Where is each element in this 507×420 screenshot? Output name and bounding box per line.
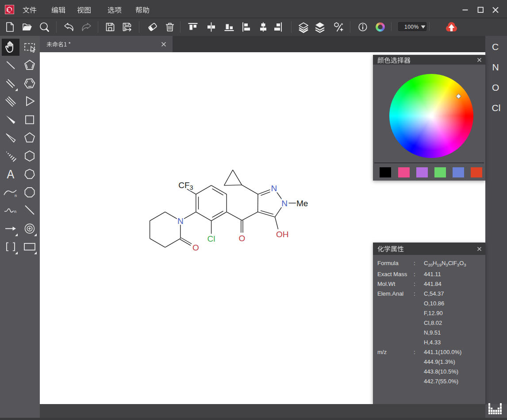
svg-text:N: N: [281, 199, 288, 208]
svg-text:n: n: [14, 209, 16, 214]
svg-text:A: A: [7, 167, 15, 181]
svg-text:n: n: [15, 193, 17, 198]
svg-text:OH: OH: [276, 230, 289, 239]
svg-text:N: N: [271, 184, 277, 193]
svg-text:O: O: [192, 243, 199, 252]
svg-text:Me: Me: [296, 199, 308, 208]
svg-text:O: O: [239, 234, 246, 243]
svg-text:Cl: Cl: [207, 234, 215, 243]
svg-text:N: N: [177, 216, 184, 226]
svg-text:CF3: CF3: [178, 181, 193, 191]
